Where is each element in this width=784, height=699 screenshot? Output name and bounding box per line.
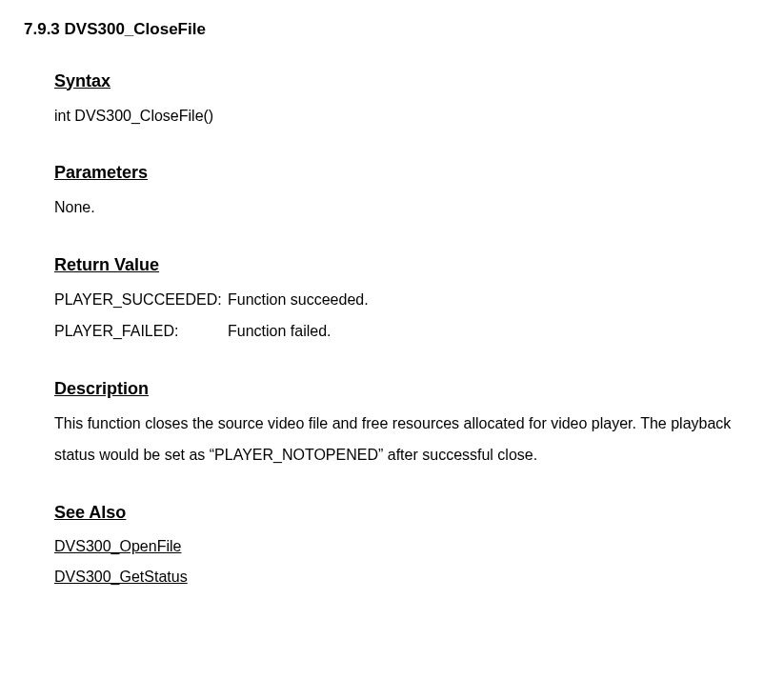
description-text: This function closes the source video fi… xyxy=(54,408,760,471)
see-also-link[interactable]: DVS300_OpenFile xyxy=(54,531,760,562)
return-key: PLAYER_SUCCEEDED: xyxy=(54,284,228,316)
see-also-link[interactable]: DVS300_GetStatus xyxy=(54,562,760,592)
parameters-heading: Parameters xyxy=(54,160,760,186)
description-heading: Description xyxy=(54,376,760,402)
return-row: PLAYER_SUCCEEDED: Function succeeded. PL… xyxy=(54,284,760,348)
section-title: 7.9.3 DVS300_CloseFile xyxy=(24,17,760,42)
see-also-heading: See Also xyxy=(54,500,760,526)
return-desc: Function failed. xyxy=(228,315,760,348)
syntax-code: int DVS300_CloseFile() xyxy=(54,100,760,132)
parameters-text: None. xyxy=(54,191,760,224)
content-block: Syntax int DVS300_CloseFile() Parameters… xyxy=(54,69,760,593)
return-value-heading: Return Value xyxy=(54,252,760,278)
return-desc: Function succeeded. xyxy=(228,284,760,316)
syntax-heading: Syntax xyxy=(54,69,760,94)
return-key: PLAYER_FAILED: xyxy=(54,315,228,348)
